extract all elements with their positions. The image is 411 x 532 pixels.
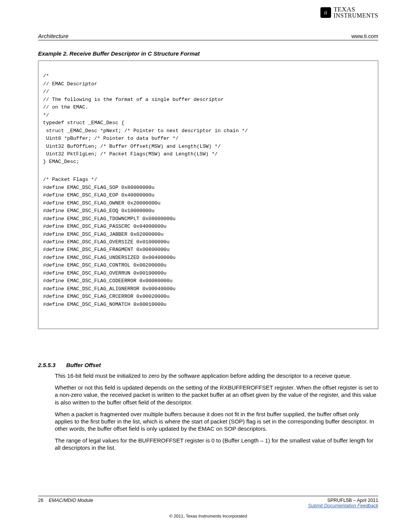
svg-rect-3 <box>320 14 322 15</box>
ti-chip-icon: ti <box>320 7 331 18</box>
page-footer: 26 EMAC/MDIO Module SPRUFL5B – April 201… <box>38 496 378 518</box>
footer-copyright: © 2011, Texas Instruments Incorporated <box>38 514 378 518</box>
section-body: This 16-bit field must be initialized to… <box>55 372 378 452</box>
footer-left: 26 EMAC/MDIO Module <box>38 498 93 508</box>
page-number: 26 <box>38 498 43 503</box>
header-url: www.ti.com <box>351 33 378 39</box>
section-heading: 2.5.5.3 Buffer Offset <box>38 362 378 368</box>
code-listing: /* // EMAC Descriptor // // The followin… <box>38 61 378 329</box>
section-2-5-5-3: 2.5.5.3 Buffer Offset This 16-bit field … <box>38 362 378 452</box>
section-paragraph: The range of legal values for the BUFFER… <box>55 437 378 451</box>
running-header: Architecture www.ti.com <box>38 33 378 40</box>
section-number: 2.5.5.3 <box>38 362 56 368</box>
ti-logo: ti TEXAS INSTRUMENTS <box>320 6 378 19</box>
footer-right: SPRUFL5B – April 2011 Submit Documentati… <box>308 498 378 508</box>
svg-rect-1 <box>320 10 322 11</box>
svg-rect-4 <box>330 10 331 11</box>
section-paragraph: When a packet is fragmented over multipl… <box>55 411 378 433</box>
footer-doc-id: SPRUFL5B – April 2011 <box>308 498 378 503</box>
footer-rule <box>38 496 378 496</box>
section-title: Buffer Offset <box>66 362 101 368</box>
svg-rect-5 <box>330 12 331 13</box>
submit-feedback-link[interactable]: Submit Documentation Feedback <box>308 503 378 508</box>
section-paragraph: This 16-bit field must be initialized to… <box>55 372 378 379</box>
svg-rect-2 <box>320 12 322 13</box>
example-title: Example 2. Receive Buffer Descriptor in … <box>38 50 378 57</box>
logo-line-1: TEXAS <box>333 6 378 13</box>
svg-rect-6 <box>330 14 331 15</box>
header-section-name: Architecture <box>38 33 68 39</box>
svg-text:ti: ti <box>325 10 328 16</box>
code-block-1: /* // EMAC Descriptor // // The followin… <box>43 72 373 166</box>
logo-line-2: INSTRUMENTS <box>333 13 378 19</box>
code-block-2: /* Packet Flags */ #define EMAC_DSC_FLAG… <box>43 176 373 308</box>
ti-logo-text: TEXAS INSTRUMENTS <box>333 6 378 19</box>
page-root: ti TEXAS INSTRUMENTS Architecture www.ti… <box>0 0 411 532</box>
footer-doc-title: EMAC/MDIO Module <box>49 498 93 503</box>
section-paragraph: Whether or not this field is updated dep… <box>55 384 378 406</box>
